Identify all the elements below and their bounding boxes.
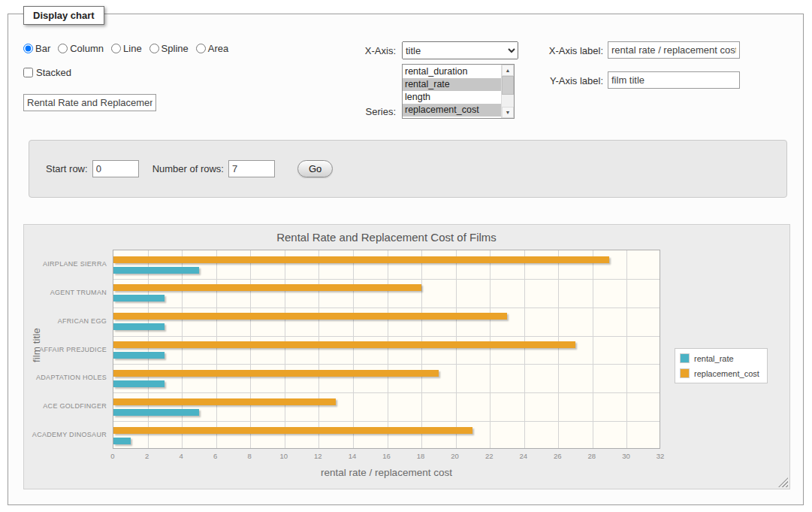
chart-type-radio-bar[interactable] [23, 44, 33, 53]
gridline-vertical [388, 250, 388, 448]
x-axis-select-label: X-Axis: [321, 45, 396, 56]
chart-type-option-line[interactable]: Line [111, 43, 142, 54]
y-axis-category-label: ACADEMY DINOSAUR [24, 431, 107, 438]
resize-handle-icon[interactable] [778, 477, 788, 487]
go-button[interactable]: Go [297, 160, 333, 177]
series-option-rental_rate[interactable]: rental_rate [403, 78, 501, 91]
chart-type-option-column[interactable]: Column [58, 43, 104, 54]
x-tick-label: 0 [110, 452, 114, 460]
gridline-vertical [421, 250, 422, 448]
chart-controls: BarColumnLineSplineArea Stacked X-Axis: … [8, 14, 803, 138]
chart-title-input[interactable] [23, 94, 156, 111]
legend-swatch [680, 353, 690, 363]
scrollbar-track[interactable] [502, 76, 514, 107]
gridline-vertical [148, 250, 149, 448]
gridline-vertical [182, 250, 183, 448]
gridline-vertical [558, 250, 559, 448]
x-tick-label: 20 [451, 452, 459, 460]
x-tick-label: 16 [382, 452, 391, 460]
chart-type-radio-column[interactable] [58, 44, 68, 53]
scrollbar-thumb[interactable] [502, 76, 514, 95]
chart-type-option-area[interactable]: Area [196, 43, 228, 54]
legend-label: replacement_cost [694, 369, 759, 378]
y-axis-category-label: AFFAIR PREJUDICE [24, 346, 107, 353]
x-tick-label: 10 [280, 452, 288, 460]
scroll-up-icon[interactable]: ▲ [502, 65, 514, 76]
gridline-horizontal [113, 392, 660, 393]
plot-area [113, 250, 660, 449]
chart-legend: rental_ratereplacement_cost [675, 348, 768, 383]
legend-swatch [680, 368, 690, 378]
legend-entry-rental_rate: rental_rate [680, 353, 759, 363]
number-of-rows-label: Number of rows: [152, 163, 224, 174]
x-tick-label: 4 [179, 452, 183, 460]
start-row-input[interactable] [92, 160, 139, 177]
x-tick-label: 8 [248, 452, 252, 460]
gridline-vertical [524, 250, 525, 448]
y-axis-label-input[interactable] [608, 71, 740, 89]
x-axis-label-input[interactable] [608, 41, 740, 59]
x-tick-label: 26 [554, 452, 562, 460]
series-option-rental_duration[interactable]: rental_duration [403, 65, 501, 78]
series-option-replacement_cost[interactable]: replacement_cost [403, 104, 501, 117]
y-axis-category-label: AFRICAN EGG [24, 317, 107, 325]
stacked-option[interactable]: Stacked [23, 67, 71, 78]
gridline-vertical [353, 250, 354, 448]
legend-label: rental_rate [694, 354, 734, 363]
stacked-checkbox[interactable] [23, 68, 33, 77]
series-listbox[interactable]: rental_durationrental_ratelengthreplacem… [402, 64, 515, 119]
gridline-vertical [626, 250, 627, 448]
chart-type-radio-group: BarColumnLineSplineArea [23, 43, 228, 54]
x-tick-label: 2 [145, 452, 149, 460]
bar-rental_rate [113, 352, 165, 359]
bar-replacement_cost [113, 313, 507, 320]
y-axis-category-label: AIRPLANE SIERRA [24, 260, 107, 268]
gridline-horizontal [113, 421, 660, 422]
x-axis-select[interactable]: title [402, 41, 518, 59]
bar-replacement_cost [113, 341, 575, 348]
series-option-length[interactable]: length [403, 91, 501, 104]
bar-rental_rate [113, 438, 131, 444]
y-axis-category-label: AGENT TRUMAN [24, 289, 107, 296]
page: Display chart BarColumnLineSplineArea St… [0, 0, 812, 512]
stacked-label: Stacked [36, 67, 71, 78]
x-tick-label: 6 [213, 452, 217, 460]
start-row-label: Start row: [46, 163, 88, 174]
gridline-vertical [250, 250, 251, 448]
chart-type-option-label: Spline [161, 43, 189, 54]
gridline-horizontal [113, 336, 660, 337]
gridline-vertical [456, 250, 457, 448]
chart-type-radio-spline[interactable] [149, 44, 159, 53]
series-options-list: rental_durationrental_ratelengthreplacem… [403, 65, 501, 118]
display-chart-fieldset: Display chart BarColumnLineSplineArea St… [8, 14, 804, 505]
x-axis-label-field-label: X-Axis label: [524, 45, 603, 56]
y-axis-category-label: ACE GOLDFINGER [24, 402, 107, 410]
chart-type-option-bar[interactable]: Bar [23, 43, 50, 54]
gridline-vertical [593, 250, 593, 448]
bar-rental_rate [113, 323, 165, 330]
chart-type-radio-line[interactable] [111, 44, 121, 53]
x-axis-title: rental rate / replacement cost [113, 467, 660, 478]
chart-type-option-label: Line [123, 43, 142, 54]
bar-rental_rate [113, 295, 165, 301]
chart-type-option-spline[interactable]: Spline [149, 43, 189, 54]
series-label: Series: [321, 106, 396, 117]
rows-fieldset: Start row: Number of rows: Go [29, 140, 787, 198]
number-of-rows-input[interactable] [228, 160, 275, 177]
x-tick-label: 32 [657, 452, 665, 460]
listbox-scrollbar[interactable]: ▲ ▼ [501, 65, 514, 118]
x-tick-label: 22 [485, 452, 494, 460]
x-tick-label: 14 [349, 452, 357, 460]
bar-replacement_cost [113, 370, 439, 377]
bar-replacement_cost [113, 284, 421, 291]
legend-entry-replacement_cost: replacement_cost [680, 368, 759, 378]
scroll-down-icon[interactable]: ▼ [502, 107, 514, 118]
bar-rental_rate [113, 267, 199, 274]
x-tick-label: 28 [588, 452, 596, 460]
chart-type-radio-area[interactable] [196, 44, 206, 53]
gridline-horizontal [113, 308, 660, 308]
gridline-horizontal [113, 279, 660, 280]
chart-type-option-label: Column [70, 43, 104, 54]
bar-replacement_cost [113, 427, 472, 434]
gridline-vertical [285, 250, 285, 448]
